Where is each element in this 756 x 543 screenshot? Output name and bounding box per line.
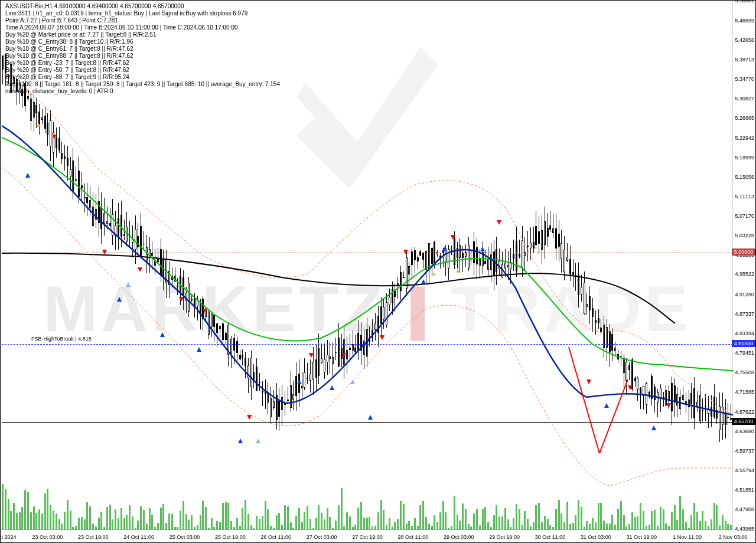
volume-bar (307, 506, 308, 530)
volume-bar (457, 515, 458, 530)
volume-bar (160, 508, 162, 530)
volume-bar (98, 518, 100, 530)
volume-bar (620, 501, 622, 530)
volume-bar (473, 513, 475, 530)
volume-bar (713, 503, 715, 530)
volume-bar (651, 511, 653, 530)
volume-bar (81, 517, 83, 530)
volume-bar (19, 512, 21, 530)
volume-bar (135, 528, 136, 530)
volume-bar (132, 516, 133, 530)
volume-bar (459, 521, 461, 530)
volume-bar (513, 518, 514, 530)
y-tick: 5.38713 (735, 57, 754, 63)
y-tick: 4.87337 (735, 311, 754, 317)
volume-bar (507, 519, 509, 530)
volume-bar (727, 524, 729, 530)
volume-bar (586, 521, 588, 530)
watermark-logo (279, 30, 456, 207)
volume-bar (479, 525, 481, 530)
volume-bar (225, 502, 227, 530)
signal-buy-arrow-icon (160, 332, 165, 337)
volume-bar (35, 513, 37, 530)
volume-bar (628, 524, 630, 530)
volume-bar (304, 512, 305, 530)
volume-bar (137, 521, 139, 530)
volume-bar (445, 512, 447, 530)
info-line-2: Time A:2024.06.07 18:00:00 | Time B:2024… (5, 24, 237, 31)
volume-bar (496, 505, 497, 530)
signal-sell-arrow-icon (341, 353, 346, 358)
y-tick: 4.47908 (735, 506, 754, 512)
signal-buy-arrow-icon (480, 247, 485, 251)
volume-bar (465, 509, 467, 530)
volume-bar (544, 516, 546, 530)
volume-bar (151, 515, 153, 530)
volume-bar (660, 507, 662, 530)
volume-bar (589, 524, 591, 530)
info-line-10: Target100: 8 || Target 161: 8 || Target … (5, 81, 280, 87)
volume-bar (129, 505, 131, 530)
volume-bar (688, 528, 690, 530)
y-tick: 4.63680 (735, 428, 754, 434)
volume-bar (372, 526, 373, 530)
volume-bar (278, 513, 280, 530)
volume-bar (70, 511, 71, 530)
volume-bar (357, 508, 359, 530)
volume-bar (171, 514, 173, 530)
volume-bar (442, 501, 444, 530)
volume-bar (575, 515, 576, 530)
volume-bar (600, 503, 602, 530)
volume-bar (519, 509, 520, 530)
volume-bar (719, 525, 721, 530)
volume-bar (335, 521, 337, 530)
volume-bar (24, 490, 26, 530)
volume-bar (668, 526, 670, 530)
volume-bar (392, 526, 393, 530)
volume-bar (663, 509, 664, 530)
volume-bar (524, 511, 526, 530)
volume-bar (493, 515, 495, 530)
volume-bar (566, 502, 568, 530)
signal-buy-arrow-icon (421, 279, 426, 284)
signal-sell-arrow-icon (138, 267, 142, 272)
volume-bar (318, 505, 320, 530)
volume-bar (484, 507, 486, 530)
volume-bar (406, 524, 408, 530)
volume-bar (383, 510, 384, 530)
volume-bar (245, 500, 246, 530)
volume-bar (30, 512, 32, 530)
signal-buy-arrow-icon (330, 385, 334, 390)
volume-bar (292, 528, 294, 530)
volume-bar (78, 518, 80, 530)
y-tick: 5.11113 (735, 194, 754, 199)
volume-bar (722, 515, 724, 530)
signal-sell-arrow-icon (102, 250, 107, 254)
x-axis: 22 Oct 202423 Oct 03:0023 Oct 19:0024 Oc… (2, 529, 733, 542)
signal-sell-arrow-icon (586, 380, 591, 384)
signal-buy-arrow-icon (238, 439, 243, 443)
volume-bar (527, 519, 529, 530)
info-line-6: Buy %10 @ C_Entry88: 7 || Target:8 || R/… (5, 53, 133, 59)
volume-bar (230, 521, 232, 530)
plot-area[interactable]: MARKETZ TRADE AXSUSDT-Bin,H1 4.69100000 … (2, 2, 733, 530)
signal-buy-arrow-icon (25, 173, 30, 178)
volume-bar (389, 518, 390, 530)
volume-bar (454, 496, 455, 530)
info-line-7: Buy %10 @ Entry -23: 7 || Target:8 || R/… (5, 60, 129, 66)
signal-dot-icon (457, 270, 459, 273)
signal-buy-arrow-icon (604, 403, 609, 408)
volume-bar (290, 522, 292, 530)
price-tag-red: 5.00000 (732, 248, 755, 256)
volume-bar (216, 521, 218, 530)
volume-bar (177, 527, 178, 531)
volume-bar (541, 522, 543, 530)
y-tick: 4.75508 (735, 369, 754, 375)
volume-bar (341, 488, 343, 530)
volume-bar (561, 513, 562, 530)
volume-bar (510, 527, 511, 530)
x-tick: 26 Oct 11:00 (260, 534, 291, 540)
y-tick: 5.07170 (735, 213, 754, 219)
volume-bar (654, 510, 656, 530)
watermark-right: TRADE (450, 272, 692, 345)
